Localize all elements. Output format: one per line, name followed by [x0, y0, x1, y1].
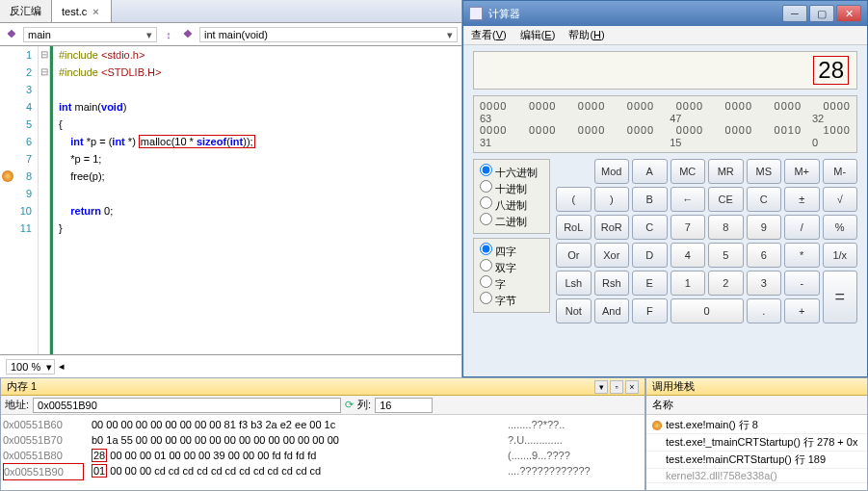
stack-frame[interactable]: test.exe!_tmainCRTStartup() 行 278 + 0x [646, 434, 867, 452]
key-Lsh[interactable]: Lsh [556, 271, 592, 296]
dropdown-icon[interactable]: ▾ [594, 380, 608, 394]
memory-row[interactable]: 0x00551B70b0 1a 55 00 00 00 00 00 00 00 … [3, 432, 643, 448]
base-radios: 十六进制 十进制 八进制 二进制 [473, 159, 550, 234]
chevron-left-icon[interactable]: ◂ [59, 360, 65, 373]
key-C[interactable]: C [747, 187, 782, 212]
key-CE[interactable]: CE [708, 187, 744, 212]
key-Mod[interactable]: Mod [594, 159, 630, 184]
word-radios: 四字 双字 字 字节 [473, 238, 550, 313]
key-9[interactable]: 9 [747, 215, 782, 240]
scope-dropdown[interactable]: main [23, 27, 157, 42]
menu-V[interactable]: 查看(V) [471, 28, 507, 42]
key-E[interactable]: E [632, 271, 668, 296]
columns-input[interactable] [375, 398, 433, 413]
close-button[interactable]: ✕ [836, 5, 861, 22]
memory-grid[interactable]: 0x00551B6000 00 00 00 00 00 00 00 00 81 … [1, 415, 644, 482]
key-3[interactable]: 3 [747, 271, 782, 296]
key-MR[interactable]: MR [708, 159, 744, 184]
key-6[interactable]: 6 [747, 243, 782, 268]
menubar: 查看(V)编辑(E)帮助(H) [463, 26, 867, 45]
key-RoL[interactable]: RoL [556, 215, 592, 240]
window-title: 计算器 [488, 7, 520, 21]
key-*[interactable]: * [784, 243, 820, 268]
memory-toolbar: 地址: ⟳ 列: [1, 396, 644, 415]
key-RoR[interactable]: RoR [594, 215, 630, 240]
calculator-window: 计算器 ─ ▢ ✕ 查看(V)编辑(E)帮助(H) 28 00000000000… [462, 0, 868, 377]
menu-E[interactable]: 编辑(E) [520, 28, 556, 42]
key-←[interactable]: ← [671, 187, 706, 212]
key-±[interactable]: ± [784, 187, 820, 212]
code-editor: 反汇编 test.c× ❖ main ↕ ❖ int main(void) 12… [0, 0, 462, 377]
key-+[interactable]: + [784, 298, 820, 323]
key-B[interactable]: B [632, 187, 668, 212]
app-icon [469, 7, 483, 20]
scope-icon: ❖ [4, 27, 19, 42]
key-5[interactable]: 5 [708, 243, 744, 268]
memory-row[interactable]: 0x00551B6000 00 00 00 00 00 00 00 00 81 … [3, 417, 643, 432]
key-√[interactable]: √ [823, 187, 858, 212]
stack-frame[interactable]: kernel32.dll!758e338a() [646, 469, 867, 483]
code-area[interactable]: 1234567891011 ⊟⊟ #include <stdio.h>#incl… [0, 46, 461, 354]
minimize-button[interactable]: ─ [782, 5, 807, 22]
key-F[interactable]: F [632, 298, 668, 323]
menu-H[interactable]: 帮助(H) [568, 28, 604, 42]
key-([interactable]: ( [556, 187, 592, 212]
key-Or[interactable]: Or [556, 243, 592, 268]
key-8[interactable]: 8 [708, 215, 744, 240]
key--[interactable]: - [784, 271, 820, 296]
key-MC[interactable]: MC [671, 159, 706, 184]
key-4[interactable]: 4 [671, 243, 706, 268]
function-dropdown[interactable]: int main(void) [199, 27, 458, 42]
zoom-dropdown[interactable]: 100 % [6, 359, 55, 375]
key-)[interactable]: ) [594, 187, 630, 212]
equals-button[interactable]: = [823, 271, 858, 323]
key-2[interactable]: 2 [708, 271, 744, 296]
key-And[interactable]: And [594, 298, 630, 323]
keypad: ModAMCMRMSM+M-()B←CEC±√RoLRoRC789/%OrXor… [556, 159, 857, 323]
tab-disassembly[interactable]: 反汇编 [0, 0, 52, 22]
key-A[interactable]: A [632, 159, 668, 184]
close-icon[interactable]: × [625, 380, 639, 394]
key-0[interactable]: 0 [671, 298, 744, 323]
maximize-button[interactable]: ▢ [809, 5, 834, 22]
key-/[interactable]: / [784, 215, 820, 240]
memory-row[interactable]: 0x00551B8028 00 00 00 01 00 00 00 39 00 … [3, 448, 643, 463]
memory-row[interactable]: 0x00551B9001 00 00 00 cd cd cd cd cd cd … [3, 463, 643, 480]
pin-icon[interactable]: ▫ [610, 380, 623, 394]
key-Not[interactable]: Not [556, 298, 592, 323]
zoom-bar: 100 % ◂ [0, 354, 461, 377]
key-Xor[interactable]: Xor [594, 243, 630, 268]
key-M-[interactable]: M- [823, 159, 858, 184]
callstack-header[interactable]: 调用堆栈 [646, 378, 867, 396]
display-value: 28 [813, 56, 849, 85]
memory-panel: 内存 1 ▾▫× 地址: ⟳ 列: 0x00551B6000 00 00 00 … [0, 377, 645, 491]
close-icon[interactable]: × [91, 6, 100, 17]
nav-icon[interactable]: ↕ [161, 27, 176, 42]
func-icon: ❖ [180, 27, 196, 42]
key-D[interactable]: D [632, 243, 668, 268]
key-%[interactable]: % [823, 215, 858, 240]
key-C[interactable]: C [632, 215, 668, 240]
key-Rsh[interactable]: Rsh [594, 271, 630, 296]
key-M+[interactable]: M+ [784, 159, 820, 184]
key-.[interactable]: . [747, 298, 782, 323]
stack-frame[interactable]: test.exe!mainCRTStartup() 行 189 [646, 452, 867, 469]
stack-frame[interactable]: test.exe!main() 行 8 [646, 417, 867, 434]
memory-header[interactable]: 内存 1 ▾▫× [1, 378, 644, 396]
key-1/x[interactable]: 1/x [823, 243, 858, 268]
bit-display: 00000000000000000000000000000000 63 47 3… [473, 95, 857, 153]
key-1[interactable]: 1 [671, 271, 706, 296]
display: 28 [473, 51, 857, 90]
name-column[interactable]: 名称 [646, 396, 867, 415]
callstack-panel: 调用堆栈 名称 test.exe!main() 行 8test.exe!_tma… [645, 377, 868, 491]
editor-tabs: 反汇编 test.c× [0, 0, 461, 23]
tab-source[interactable]: test.c× [52, 0, 112, 22]
key-7[interactable]: 7 [671, 215, 706, 240]
stack-list[interactable]: test.exe!main() 行 8test.exe!_tmainCRTSta… [646, 415, 867, 485]
titlebar[interactable]: 计算器 ─ ▢ ✕ [463, 1, 867, 26]
key-MS[interactable]: MS [747, 159, 782, 184]
address-input[interactable] [33, 398, 341, 413]
editor-toolbar: ❖ main ↕ ❖ int main(void) [0, 23, 461, 46]
